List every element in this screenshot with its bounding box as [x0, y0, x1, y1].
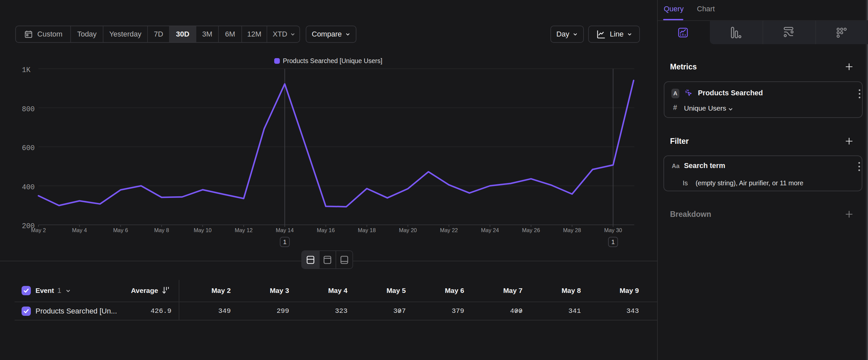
svg-text:May 2: May 2: [31, 227, 46, 233]
svg-text:800: 800: [22, 105, 35, 113]
svg-text:May 4: May 4: [72, 227, 87, 233]
svg-text:May 16: May 16: [317, 227, 335, 233]
svg-text:May 26: May 26: [522, 227, 540, 233]
svg-text:May 30: May 30: [604, 227, 622, 233]
svg-text:May 22: May 22: [440, 227, 458, 233]
svg-text:May 24: May 24: [481, 227, 499, 233]
svg-text:400: 400: [22, 183, 35, 191]
svg-text:May 10: May 10: [194, 227, 212, 233]
svg-text:May 8: May 8: [154, 227, 169, 233]
svg-text:May 6: May 6: [113, 227, 128, 233]
svg-text:May 28: May 28: [563, 227, 581, 233]
svg-text:May 14: May 14: [276, 227, 294, 233]
svg-text:May 12: May 12: [235, 227, 253, 233]
svg-text:May 20: May 20: [399, 227, 417, 233]
svg-text:1K: 1K: [22, 66, 31, 74]
svg-text:May 18: May 18: [358, 227, 376, 233]
svg-text:600: 600: [22, 144, 35, 152]
